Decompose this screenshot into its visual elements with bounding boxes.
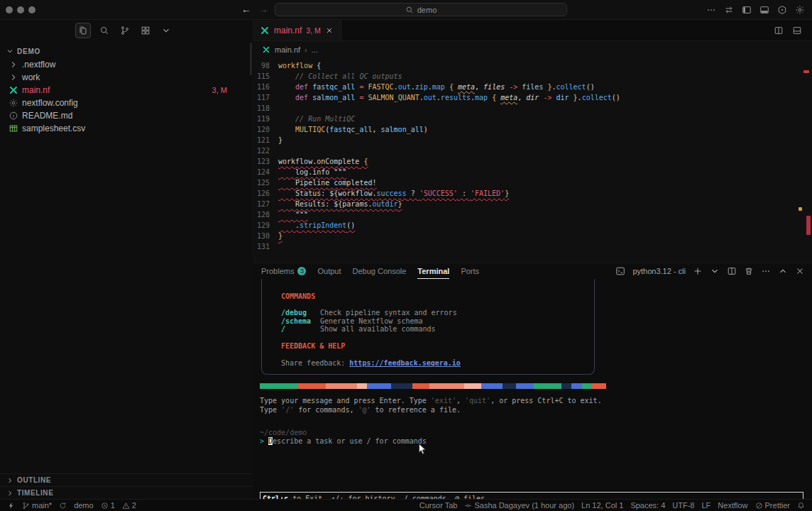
file-item-main.nf[interactable]: main.nf3, M bbox=[0, 84, 253, 97]
file-name: main.nf bbox=[22, 85, 50, 95]
code-line[interactable]: 127 Results: ${params.outdir} bbox=[253, 199, 812, 209]
code-line[interactable]: 122 bbox=[253, 145, 812, 156]
code-line[interactable]: 125 Pipeline completed! bbox=[253, 177, 812, 188]
feedback-label: Share feedback: bbox=[281, 359, 349, 367]
traffic-light-close[interactable] bbox=[6, 6, 13, 13]
status-item-2[interactable]: 2 bbox=[122, 501, 136, 510]
panel-left-icon[interactable] bbox=[742, 5, 752, 15]
activity-extensions[interactable] bbox=[138, 23, 153, 38]
panel-tab-problems[interactable]: Problems3 bbox=[261, 263, 306, 279]
file-item-nextflow.config[interactable]: nextflow.config bbox=[0, 97, 253, 109]
code-line[interactable]: 117 def salmon_all = SALMON_QUANT.out.re… bbox=[253, 92, 812, 103]
code-line[interactable]: 119 // Run MultiQC bbox=[253, 114, 812, 124]
widget-icon[interactable] bbox=[777, 5, 787, 15]
chevron-up-icon[interactable] bbox=[778, 266, 788, 276]
panel-bottom-icon[interactable] bbox=[759, 5, 769, 15]
panel-tab-debug-console[interactable]: Debug Console bbox=[353, 263, 407, 279]
activity-chevron-down[interactable] bbox=[159, 23, 173, 38]
status-item[interactable] bbox=[7, 502, 15, 510]
breadcrumb[interactable]: main.nf › ... bbox=[253, 41, 812, 58]
git-commit-icon bbox=[464, 502, 472, 510]
file-item-README.md[interactable]: README.md bbox=[0, 109, 253, 122]
prompt-placeholder: escribe a task or use / for commands bbox=[273, 437, 427, 445]
csv-table-icon bbox=[9, 123, 18, 133]
code-line[interactable]: 128 """ bbox=[253, 209, 812, 220]
terminal-prompt-input[interactable]: > Describe a task or use / for commands bbox=[260, 436, 812, 446]
line-number: 98 bbox=[253, 62, 278, 70]
file-item-samplesheet.csv[interactable]: samplesheet.csv bbox=[0, 122, 253, 135]
back-arrow-icon[interactable]: ← bbox=[241, 4, 251, 15]
plus-icon[interactable] bbox=[693, 266, 703, 276]
status-item[interactable] bbox=[797, 502, 805, 510]
sidebar-bottom-sections: OUTLINE TIMELINE bbox=[0, 473, 253, 499]
outline-section[interactable]: OUTLINE bbox=[0, 473, 253, 486]
activity-search[interactable] bbox=[97, 23, 111, 38]
status-item-nextflow[interactable]: Nextflow bbox=[718, 501, 747, 510]
gear-icon[interactable] bbox=[795, 5, 805, 15]
traffic-light-minimize[interactable] bbox=[17, 6, 24, 13]
problems-count-badge: 3 bbox=[297, 267, 306, 275]
breadcrumb-file[interactable]: main.nf bbox=[275, 45, 300, 54]
feedback-link[interactable]: https://feedback.seqera.io bbox=[349, 359, 461, 367]
forward-arrow-icon[interactable]: → bbox=[258, 4, 268, 15]
split-editor-icon[interactable] bbox=[774, 26, 784, 35]
panel-tab-ports[interactable]: Ports bbox=[461, 263, 479, 279]
panel-tab-output[interactable]: Output bbox=[317, 263, 341, 279]
code-line[interactable]: 120 MULTIQC(fastqc_all, salmon_all) bbox=[253, 124, 812, 135]
status-item-utf-8[interactable]: UTF-8 bbox=[672, 501, 694, 510]
status-item-demo[interactable]: demo bbox=[74, 501, 94, 510]
slash-circle-icon bbox=[755, 502, 763, 510]
code-line[interactable]: 126 Status: ${workflow.success ? 'SUCCES… bbox=[253, 188, 812, 199]
code-line[interactable]: 115 // Collect all QC outputs bbox=[253, 71, 812, 82]
file-item-work[interactable]: work bbox=[0, 71, 253, 84]
code-line[interactable]: 129 .stripIndent() bbox=[253, 220, 812, 231]
sidebar-scrollbar[interactable] bbox=[250, 43, 252, 75]
activity-files[interactable] bbox=[75, 23, 91, 38]
status-item-cursor-tab[interactable]: Cursor Tab bbox=[419, 501, 458, 510]
status-item-lf[interactable]: LF bbox=[702, 501, 711, 510]
close-icon[interactable] bbox=[795, 266, 805, 276]
layout-panel-icon[interactable] bbox=[792, 26, 802, 35]
file-item-.nextflow[interactable]: .nextflow bbox=[0, 58, 253, 71]
breadcrumb-rest[interactable]: ... bbox=[312, 45, 318, 54]
tab-main-nf[interactable]: main.nf 3, M bbox=[253, 20, 341, 40]
terminal-instance-label[interactable]: python3.12 - cli bbox=[632, 267, 686, 275]
panel-tabs: Problems3OutputDebug ConsoleTerminalPort… bbox=[261, 263, 479, 279]
explorer-section-header[interactable]: DEMO bbox=[0, 41, 253, 58]
nextflow-logo-icon bbox=[260, 26, 270, 35]
close-icon[interactable] bbox=[325, 26, 334, 35]
status-item-prettier[interactable]: Prettier bbox=[755, 501, 790, 510]
timeline-section[interactable]: TIMELINE bbox=[0, 486, 253, 499]
activity-git-branch[interactable] bbox=[118, 23, 132, 38]
code-line[interactable]: 98workflow { bbox=[253, 60, 812, 71]
ellipsis-icon[interactable] bbox=[706, 5, 716, 15]
status-item[interactable] bbox=[59, 502, 67, 510]
activity-bar bbox=[0, 20, 253, 41]
status-item-sasha-dagayev-1-hour-ago-[interactable]: Sasha Dagayev (1 hour ago) bbox=[464, 501, 574, 510]
swap-arrows-icon[interactable] bbox=[724, 5, 734, 15]
status-item-ln-12-col-1[interactable]: Ln 12, Col 1 bbox=[581, 501, 623, 510]
code-line[interactable]: 124 log.info """ bbox=[253, 167, 812, 177]
traffic-light-maximize[interactable] bbox=[28, 6, 35, 13]
line-number: 131 bbox=[253, 243, 278, 251]
terminal-icon bbox=[615, 266, 625, 276]
status-item-spaces-4[interactable]: Spaces: 4 bbox=[630, 501, 665, 510]
code-line[interactable]: 121} bbox=[253, 135, 812, 145]
code-editor[interactable]: 98workflow {115 // Collect all QC output… bbox=[253, 58, 812, 252]
command-center-search[interactable]: demo bbox=[275, 3, 567, 16]
panel-tab-terminal[interactable]: Terminal bbox=[417, 263, 449, 279]
code-line[interactable]: 131 bbox=[253, 241, 812, 252]
code-line[interactable]: 123workflow.onComplete { bbox=[253, 156, 812, 167]
trash-icon[interactable] bbox=[744, 266, 754, 276]
explorer-section-label: DEMO bbox=[17, 48, 40, 55]
terminal-view[interactable]: COMMANDS /debugCheck pipeline syntax and… bbox=[253, 279, 812, 499]
status-item-1[interactable]: 1 bbox=[101, 501, 115, 510]
nextflow-logo-icon bbox=[262, 45, 270, 54]
chevron-down-icon[interactable] bbox=[710, 266, 720, 276]
code-line[interactable]: 116 def fastqc_all = FASTQC.out.zip.map … bbox=[253, 82, 812, 92]
status-item-main-[interactable]: main* bbox=[22, 501, 52, 510]
code-line[interactable]: 130} bbox=[253, 231, 812, 241]
ellipsis-icon[interactable] bbox=[761, 266, 771, 276]
split-terminal-icon[interactable] bbox=[727, 266, 737, 276]
code-line[interactable]: 118 bbox=[253, 103, 812, 114]
